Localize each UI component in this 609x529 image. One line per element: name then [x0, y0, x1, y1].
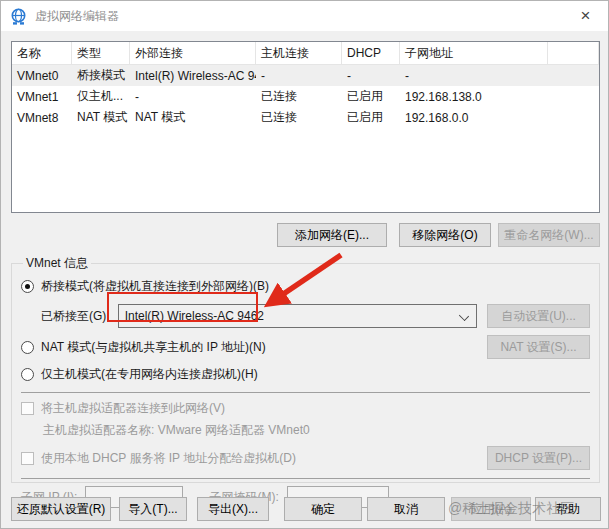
cell-type: 桥接模式 — [72, 67, 130, 84]
connect-host-adapter-option: 将主机虚拟适配器连接到此网络(V) — [21, 400, 590, 417]
hostonly-radio-label: 仅主机模式(在专用网络内连接虚拟机)(H) — [41, 366, 258, 383]
cell-dhcp: 已启用 — [342, 88, 400, 105]
cell-subnet: - — [400, 69, 548, 83]
help-button[interactable]: 帮助 — [535, 497, 601, 521]
local-dhcp-label: 使用本地 DHCP 服务将 IP 地址分配给虚拟机(D) — [41, 450, 296, 467]
connect-host-adapter-label: 将主机虚拟适配器连接到此网络(V) — [41, 400, 225, 417]
table-row-vmnet8[interactable]: VMnet8 NAT 模式 NAT 模式 已连接 已启用 192.168.0.0 — [12, 107, 599, 128]
column-header-subnet: 子网地址 — [400, 42, 548, 64]
ok-button[interactable]: 确定 — [284, 497, 362, 521]
remove-network-button[interactable]: 移除网络(O) — [399, 223, 491, 247]
nat-settings-button[interactable]: NAT 设置(S)... — [487, 335, 590, 359]
bridged-adapter-select[interactable]: Intel(R) Wireless-AC 9462 — [118, 304, 477, 328]
bridged-to-label: 已桥接至(G): — [41, 308, 110, 325]
cell-name: VMnet1 — [12, 90, 72, 104]
chevron-down-icon — [459, 311, 469, 321]
rename-network-button[interactable]: 重命名网络(W)... — [498, 223, 600, 247]
column-header-blank — [548, 42, 599, 64]
separator — [21, 392, 590, 393]
host-adapter-note: 主机虚拟适配器名称: VMware 网络适配器 VMnet0 — [43, 422, 590, 439]
table-row-vmnet1[interactable]: VMnet1 仅主机... - 已连接 已启用 192.168.138.0 — [12, 86, 599, 107]
vmnet-info-group: VMnet 信息 桥接模式(将虚拟机直接连接到外部网络)(B) 已桥接至(G):… — [11, 255, 600, 483]
column-header-name: 名称 — [12, 42, 72, 64]
table-row-vmnet0[interactable]: VMnet0 桥接模式 Intel(R) Wireless-AC 9462 - … — [12, 65, 599, 86]
column-header-host: 主机连接 — [256, 42, 342, 64]
hostonly-radio[interactable] — [21, 368, 34, 381]
export-button[interactable]: 导出(X)... — [197, 497, 269, 521]
column-header-external: 外部连接 — [130, 42, 256, 64]
local-dhcp-option: 使用本地 DHCP 服务将 IP 地址分配给虚拟机(D) DHCP 设置(P).… — [21, 446, 590, 470]
bridged-mode-option: 桥接模式(将虚拟机直接连接到外部网络)(B) — [21, 278, 590, 295]
cell-host: 已连接 — [256, 88, 342, 105]
nat-radio[interactable] — [21, 341, 34, 354]
table-header-row: 名称 类型 外部连接 主机连接 DHCP 子网地址 — [12, 42, 599, 65]
apply-button[interactable]: 应用(A) — [451, 497, 531, 521]
cell-dhcp: 已启用 — [342, 109, 400, 126]
cell-name: VMnet0 — [12, 69, 72, 83]
network-globe-icon — [10, 8, 27, 25]
cell-external: Intel(R) Wireless-AC 9462 — [130, 69, 256, 83]
close-icon[interactable]: × — [563, 1, 608, 31]
hostonly-mode-option: 仅主机模式(在专用网络内连接虚拟机)(H) — [21, 364, 590, 384]
cell-dhcp: - — [342, 69, 400, 83]
cell-name: VMnet8 — [12, 111, 72, 125]
vmnet-info-legend: VMnet 信息 — [23, 255, 91, 272]
cell-external: - — [130, 90, 256, 104]
column-header-type: 类型 — [72, 42, 130, 64]
bridged-radio-label: 桥接模式(将虚拟机直接连接到外部网络)(B) — [41, 278, 269, 295]
restore-defaults-button[interactable]: 还原默认设置(R) — [11, 497, 111, 521]
add-network-button[interactable]: 添加网络(E)... — [277, 223, 387, 247]
cell-subnet: 192.168.0.0 — [400, 111, 548, 125]
dhcp-settings-button[interactable]: DHCP 设置(P)... — [487, 446, 590, 470]
bridged-to-row: 已桥接至(G): Intel(R) Wireless-AC 9462 自动设置(… — [21, 304, 590, 328]
cell-host: 已连接 — [256, 109, 342, 126]
cell-type: NAT 模式 — [72, 109, 130, 126]
bridged-adapter-value: Intel(R) Wireless-AC 9462 — [125, 309, 264, 323]
window-title: 虚拟网络编辑器 — [35, 8, 119, 25]
network-actions: 添加网络(E)... 移除网络(O) 重命名网络(W)... — [11, 223, 600, 247]
auto-settings-button[interactable]: 自动设置(U)... — [487, 304, 590, 328]
nat-mode-option: NAT 模式(与虚拟机共享主机的 IP 地址)(N) NAT 设置(S)... — [21, 335, 590, 359]
network-table: 名称 类型 外部连接 主机连接 DHCP 子网地址 VMnet0 桥接模式 In… — [11, 41, 600, 213]
local-dhcp-checkbox[interactable] — [21, 452, 34, 465]
column-header-dhcp: DHCP — [342, 42, 400, 64]
nat-radio-label: NAT 模式(与虚拟机共享主机的 IP 地址)(N) — [41, 339, 266, 356]
virtual-network-editor-window: 虚拟网络编辑器 × 名称 类型 外部连接 主机连接 DHCP 子网地址 VMne… — [0, 0, 609, 529]
cell-host: - — [256, 69, 342, 83]
cell-subnet: 192.168.138.0 — [400, 90, 548, 104]
cell-type: 仅主机... — [72, 88, 130, 105]
titlebar: 虚拟网络编辑器 × — [1, 1, 608, 31]
separator — [21, 478, 590, 479]
import-button[interactable]: 导入(T)... — [119, 497, 187, 521]
bridged-radio[interactable] — [21, 280, 34, 293]
footer-actions: 还原默认设置(R) 导入(T)... 导出(X)... 确定 取消 应用(A) … — [11, 497, 601, 521]
connect-host-adapter-checkbox[interactable] — [21, 402, 34, 415]
cancel-button[interactable]: 取消 — [367, 497, 445, 521]
cell-external: NAT 模式 — [130, 109, 256, 126]
